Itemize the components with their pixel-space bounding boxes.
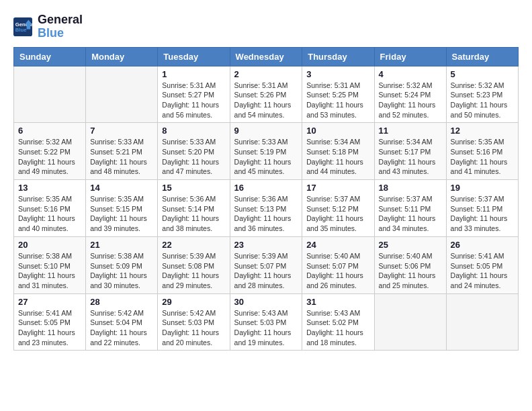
day-number: 11 [379,126,442,136]
weekday-header-thursday: Thursday [302,47,374,66]
day-number: 29 [162,297,225,307]
day-number: 10 [306,126,369,136]
day-info: Sunrise: 5:38 AMSunset: 5:09 PMDaylight:… [90,251,153,291]
calendar-cell [446,293,518,351]
calendar-cell: 25Sunrise: 5:40 AMSunset: 5:06 PMDayligh… [374,236,446,293]
day-info: Sunrise: 5:43 AMSunset: 5:03 PMDaylight:… [234,308,298,348]
calendar-table: SundayMondayTuesdayWednesdayThursdayFrid… [13,47,519,351]
day-number: 16 [234,183,298,193]
day-info: Sunrise: 5:41 AMSunset: 5:05 PMDaylight:… [451,251,514,291]
calendar-week-5: 27Sunrise: 5:41 AMSunset: 5:05 PMDayligh… [14,293,519,351]
day-number: 24 [306,240,369,250]
weekday-header-tuesday: Tuesday [158,47,230,66]
day-number: 19 [451,183,514,193]
day-info: Sunrise: 5:43 AMSunset: 5:02 PMDaylight:… [306,308,369,348]
svg-text:Blue: Blue [15,27,27,33]
day-info: Sunrise: 5:32 AMSunset: 5:24 PMDaylight:… [379,81,442,120]
day-info: Sunrise: 5:37 AMSunset: 5:12 PMDaylight:… [306,194,369,234]
weekday-header-sunday: Sunday [14,47,86,66]
calendar-week-2: 6Sunrise: 5:32 AMSunset: 5:22 PMDaylight… [14,123,519,180]
day-number: 6 [18,126,81,136]
day-info: Sunrise: 5:33 AMSunset: 5:21 PMDaylight:… [90,137,153,177]
day-info: Sunrise: 5:36 AMSunset: 5:13 PMDaylight:… [234,194,298,234]
calendar-cell: 15Sunrise: 5:36 AMSunset: 5:14 PMDayligh… [158,180,230,237]
day-info: Sunrise: 5:35 AMSunset: 5:16 PMDaylight:… [18,194,81,234]
calendar-cell: 24Sunrise: 5:40 AMSunset: 5:07 PMDayligh… [302,236,374,293]
logo-icon: General Blue [13,17,32,36]
calendar-cell [374,293,446,351]
day-number: 9 [234,126,298,136]
calendar-cell: 6Sunrise: 5:32 AMSunset: 5:22 PMDaylight… [14,123,86,180]
day-number: 12 [451,126,514,136]
calendar-cell: 7Sunrise: 5:33 AMSunset: 5:21 PMDaylight… [86,123,158,180]
day-number: 23 [234,240,298,250]
day-number: 21 [90,240,153,250]
logo-text: General Blue [38,13,83,40]
calendar-cell: 10Sunrise: 5:34 AMSunset: 5:18 PMDayligh… [302,123,374,180]
day-number: 15 [162,183,225,193]
day-number: 14 [90,183,153,193]
calendar-cell: 1Sunrise: 5:31 AMSunset: 5:27 PMDaylight… [158,66,230,123]
day-info: Sunrise: 5:40 AMSunset: 5:07 PMDaylight:… [306,251,369,291]
calendar-week-1: 1Sunrise: 5:31 AMSunset: 5:27 PMDaylight… [14,66,519,123]
calendar-cell: 5Sunrise: 5:32 AMSunset: 5:23 PMDaylight… [446,66,518,123]
day-info: Sunrise: 5:33 AMSunset: 5:20 PMDaylight:… [162,137,225,177]
calendar-cell: 4Sunrise: 5:32 AMSunset: 5:24 PMDaylight… [374,66,446,123]
day-info: Sunrise: 5:39 AMSunset: 5:07 PMDaylight:… [234,251,298,291]
calendar-cell: 13Sunrise: 5:35 AMSunset: 5:16 PMDayligh… [14,180,86,237]
calendar-cell: 27Sunrise: 5:41 AMSunset: 5:05 PMDayligh… [14,293,86,351]
weekday-header-monday: Monday [86,47,158,66]
calendar-cell: 19Sunrise: 5:37 AMSunset: 5:11 PMDayligh… [446,180,518,237]
logo: General Blue General Blue [13,13,83,40]
weekday-header-friday: Friday [374,47,446,66]
day-info: Sunrise: 5:32 AMSunset: 5:23 PMDaylight:… [451,81,514,120]
day-number: 31 [306,297,369,307]
day-number: 3 [306,69,369,79]
calendar-cell: 17Sunrise: 5:37 AMSunset: 5:12 PMDayligh… [302,180,374,237]
day-number: 30 [234,297,298,307]
day-info: Sunrise: 5:34 AMSunset: 5:17 PMDaylight:… [379,137,442,177]
day-number: 20 [18,240,81,250]
calendar-cell: 16Sunrise: 5:36 AMSunset: 5:13 PMDayligh… [230,180,302,237]
day-number: 8 [162,126,225,136]
day-info: Sunrise: 5:41 AMSunset: 5:05 PMDaylight:… [18,308,81,348]
day-info: Sunrise: 5:42 AMSunset: 5:04 PMDaylight:… [90,308,153,348]
calendar-cell: 31Sunrise: 5:43 AMSunset: 5:02 PMDayligh… [302,293,374,351]
day-info: Sunrise: 5:32 AMSunset: 5:22 PMDaylight:… [18,137,81,177]
calendar-cell: 11Sunrise: 5:34 AMSunset: 5:17 PMDayligh… [374,123,446,180]
calendar-cell: 14Sunrise: 5:35 AMSunset: 5:15 PMDayligh… [86,180,158,237]
day-number: 28 [90,297,153,307]
day-info: Sunrise: 5:31 AMSunset: 5:25 PMDaylight:… [306,81,369,120]
calendar-cell: 23Sunrise: 5:39 AMSunset: 5:07 PMDayligh… [230,236,302,293]
day-number: 22 [162,240,225,250]
calendar-cell: 3Sunrise: 5:31 AMSunset: 5:25 PMDaylight… [302,66,374,123]
calendar-cell: 21Sunrise: 5:38 AMSunset: 5:09 PMDayligh… [86,236,158,293]
day-info: Sunrise: 5:39 AMSunset: 5:08 PMDaylight:… [162,251,225,291]
day-info: Sunrise: 5:35 AMSunset: 5:16 PMDaylight:… [451,137,514,177]
day-info: Sunrise: 5:38 AMSunset: 5:10 PMDaylight:… [18,251,81,291]
calendar-cell [86,66,158,123]
calendar-cell: 29Sunrise: 5:42 AMSunset: 5:03 PMDayligh… [158,293,230,351]
day-number: 2 [234,69,298,79]
day-number: 7 [90,126,153,136]
day-info: Sunrise: 5:37 AMSunset: 5:11 PMDaylight:… [379,194,442,234]
calendar-cell: 9Sunrise: 5:33 AMSunset: 5:19 PMDaylight… [230,123,302,180]
weekday-header-saturday: Saturday [446,47,518,66]
calendar-cell: 22Sunrise: 5:39 AMSunset: 5:08 PMDayligh… [158,236,230,293]
calendar-cell: 20Sunrise: 5:38 AMSunset: 5:10 PMDayligh… [14,236,86,293]
day-number: 5 [451,69,514,79]
calendar-cell: 12Sunrise: 5:35 AMSunset: 5:16 PMDayligh… [446,123,518,180]
page-header: General Blue General Blue [13,13,519,40]
calendar-week-4: 20Sunrise: 5:38 AMSunset: 5:10 PMDayligh… [14,236,519,293]
day-number: 1 [162,69,225,79]
day-info: Sunrise: 5:31 AMSunset: 5:27 PMDaylight:… [162,81,225,120]
calendar-cell: 28Sunrise: 5:42 AMSunset: 5:04 PMDayligh… [86,293,158,351]
calendar-cell: 26Sunrise: 5:41 AMSunset: 5:05 PMDayligh… [446,236,518,293]
day-info: Sunrise: 5:34 AMSunset: 5:18 PMDaylight:… [306,137,369,177]
day-number: 17 [306,183,369,193]
calendar-cell: 30Sunrise: 5:43 AMSunset: 5:03 PMDayligh… [230,293,302,351]
calendar-cell: 18Sunrise: 5:37 AMSunset: 5:11 PMDayligh… [374,180,446,237]
calendar-header-row: SundayMondayTuesdayWednesdayThursdayFrid… [14,47,519,66]
weekday-header-wednesday: Wednesday [230,47,302,66]
day-info: Sunrise: 5:35 AMSunset: 5:15 PMDaylight:… [90,194,153,234]
